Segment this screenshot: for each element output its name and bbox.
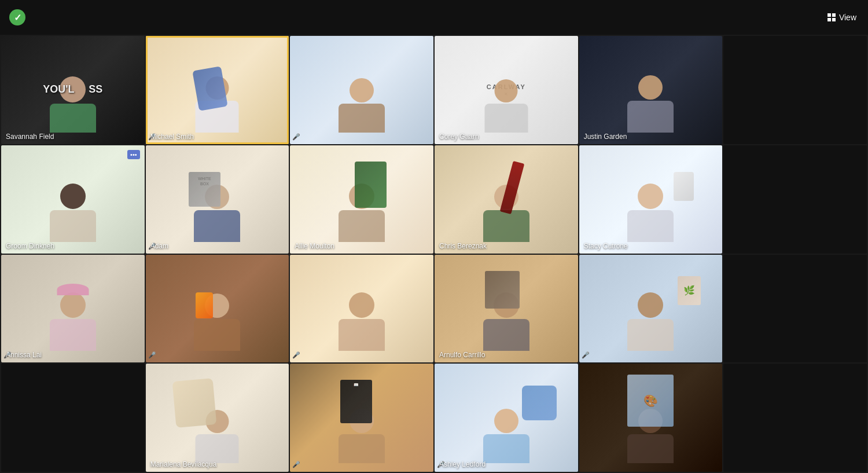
- mute-icon-unknown3: 🎤: [292, 351, 300, 359]
- cell-empty-r1c6: [723, 36, 867, 144]
- person-corey: [484, 79, 528, 133]
- person-groom: [50, 184, 96, 242]
- mute-icon-unknown4: 🎤: [582, 351, 590, 359]
- prop-chips: [193, 66, 228, 111]
- participant-cell-unknown3: 🎤: [290, 255, 433, 363]
- participant-name-allie: Allie Moulton: [295, 242, 334, 250]
- participant-name-michael: Michael Smith: [150, 133, 194, 141]
- cell-empty-r4c1: [1, 364, 145, 472]
- mute-icon-3: 🎤: [292, 133, 300, 141]
- participant-name-savannah: Savannah Field: [6, 133, 54, 141]
- person-savannah: [50, 76, 96, 133]
- prop-book: 📖: [340, 380, 372, 423]
- person-3: [339, 78, 385, 133]
- person-stacy: [627, 184, 674, 242]
- participant-cell-michael: Michael Smith 🎤: [146, 36, 289, 144]
- more-options-button-groom[interactable]: •••: [127, 150, 140, 159]
- participant-cell-unknown4: 🌿 🎤: [579, 255, 723, 363]
- prop-candle: [196, 292, 213, 318]
- person-unknown3: [339, 292, 385, 351]
- participant-name-chris: Chris Bereznak: [439, 242, 487, 250]
- prop-box-arnulfo: [485, 271, 520, 309]
- participant-cell-annissa: 🎤 Annissa Lai: [1, 255, 145, 363]
- app-logo: [9, 9, 25, 25]
- participant-name-justin: Justin Garden: [584, 133, 627, 141]
- view-button[interactable]: View: [827, 13, 856, 22]
- prop-box-adam: WHITEBOX: [189, 172, 220, 207]
- mute-icon-unknown2: 🎤: [148, 351, 156, 359]
- participant-name-ashley: Ashley Ledford: [439, 460, 486, 468]
- participant-name-annissa: Annissa Lai: [6, 351, 42, 359]
- participant-name-arnulfo: Arnulfo Carrillo: [439, 351, 485, 359]
- top-bar: View: [0, 0, 868, 35]
- prop-blue-fabric: [522, 386, 557, 420]
- participant-cell-3: 🎤: [290, 36, 433, 144]
- mute-icon-unknown5: 🎤: [292, 461, 300, 468]
- person-annissa: [50, 292, 96, 351]
- cell-empty-r4c6: [723, 364, 867, 472]
- participant-name-corey: Corey Gaarn: [439, 133, 479, 141]
- grid-view-icon: [827, 13, 836, 21]
- person-unknown4: [627, 292, 674, 351]
- participant-cell-savannah: YOU'L SS Savannah Field: [1, 36, 145, 144]
- participant-cell-ashley: 🎤 Ashley Ledford: [435, 364, 578, 472]
- prop-poster: 🎨: [627, 375, 674, 427]
- logo-icon: [9, 9, 25, 25]
- person-justin: [627, 75, 674, 133]
- participant-name-stacy: Stacy Cutrone: [584, 242, 628, 250]
- participant-cell-stacy: Stacy Cutrone: [579, 145, 723, 254]
- prop-blanket: [172, 378, 217, 428]
- participant-cell-arnulfo: Arnulfo Carrillo: [435, 255, 578, 363]
- participant-cell-corey: CARLWAY ✕ Corey Gaarn: [435, 36, 578, 144]
- participant-cell-unknown2: 🎤: [146, 255, 289, 363]
- participant-cell-chris: Chris Bereznak: [435, 145, 578, 254]
- prop-jar-stacy: [674, 172, 694, 201]
- participant-name-marialena: Marialena Bevilacqua: [150, 460, 217, 468]
- prop-bag-allie: [355, 162, 387, 208]
- video-grid: YOU'L SS Savannah Field Michael Smith 🎤 …: [0, 35, 868, 473]
- prop-box-unknown4: 🌿: [678, 276, 701, 305]
- participant-cell-unknown6: 🎨: [579, 364, 723, 472]
- participant-name-adam: Adam: [150, 242, 168, 250]
- cell-empty-r3c6: [723, 255, 867, 363]
- participant-cell-groom: ••• Groom Dinkneh: [1, 145, 145, 254]
- participant-cell-adam: WHITEBOX 🎤 Adam: [146, 145, 289, 254]
- participant-name-groom: Groom Dinkneh: [6, 242, 54, 250]
- view-label: View: [839, 13, 856, 22]
- participant-cell-allie: Allie Moulton: [290, 145, 433, 254]
- cell-empty-r2c6: [723, 145, 867, 254]
- hat-annissa: [57, 284, 89, 295]
- participant-cell-justin: Justin Garden: [579, 36, 723, 144]
- participant-cell-marialena: Marialena Bevilacqua: [146, 364, 289, 472]
- participant-cell-unknown5: 📖 🎤: [290, 364, 433, 472]
